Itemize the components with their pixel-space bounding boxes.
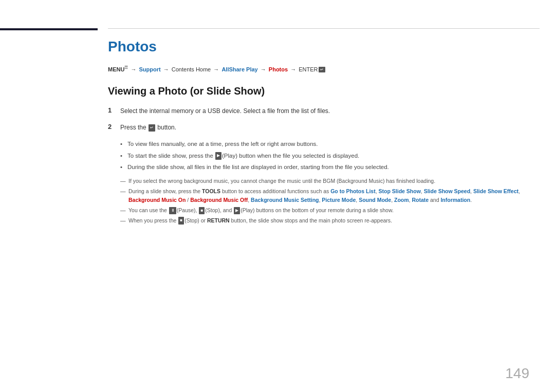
note-4: When you press the ■(Stop) or RETURN but… [120,216,529,225]
note-2: During a slide show, press the TOOLS but… [120,187,529,204]
note-block: If you select the wrong background music… [120,177,529,225]
bullet-2: To start the slide show, press the ▶(Pla… [120,151,529,160]
play-icon: ▶ [215,152,221,160]
main-content: Photos MENU☰ → Support → Contents Home →… [108,39,529,377]
bullet-list: To view files manually, one at a time, p… [120,139,529,172]
page-title: Photos [108,39,529,55]
step-2: 2 Press the ↵ button. [108,123,529,132]
top-rule [108,28,540,29]
step-1: 1 Select the internal memory or a USB de… [108,106,529,116]
note-3: You can use the ⏸(Pause), ■(Stop), and ▶… [120,206,529,215]
step-2-text: Press the ↵ button. [120,123,176,132]
pause-icon: ⏸ [169,207,176,215]
breadcrumb-arrow-3: → [213,66,220,72]
breadcrumb-arrow-5: → [290,66,298,72]
step-1-text: Select the internal memory or a USB devi… [120,106,330,116]
breadcrumb-enter: ENTER [299,66,318,72]
step-2-number: 2 [108,123,120,130]
step-1-number: 1 [108,106,120,114]
section-heading: Viewing a Photo (or Slide Show) [108,85,529,97]
breadcrumb-contents-home: Contents Home [172,66,211,72]
breadcrumb-arrow-1: → [131,66,138,72]
play-icon-2: ▶ [234,207,240,215]
breadcrumb-menu: MENU [108,66,124,72]
sidebar-accent [0,28,98,30]
note-1: If you select the wrong background music… [120,177,529,185]
bullet-3: During the slide show, all files in the … [120,162,529,172]
stop-icon-2: ■ [178,217,184,225]
breadcrumb-photos: Photos [269,66,288,72]
breadcrumb-arrow-2: → [163,66,171,72]
breadcrumb: MENU☰ → Support → Contents Home → AllSha… [108,65,529,72]
breadcrumb-allshare: AllShare Play [221,66,257,72]
enter-icon: ↵ [319,67,325,72]
breadcrumb-support: Support [139,66,161,72]
bullet-1: To view files manually, one at a time, p… [120,139,529,148]
enter-icon-2: ↵ [149,124,155,132]
page-number: 149 [505,365,529,382]
breadcrumb-arrow-4: → [261,66,268,72]
stop-icon: ■ [199,207,205,215]
